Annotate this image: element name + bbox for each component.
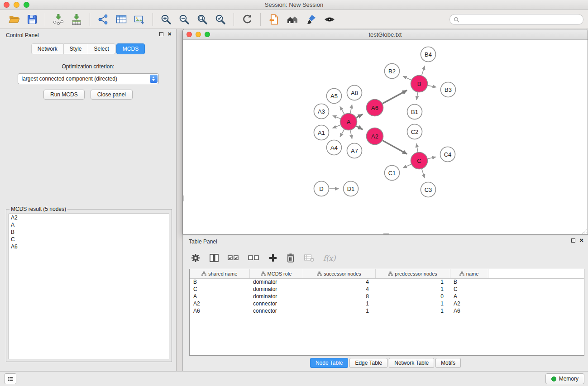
tab-network[interactable]: Network (31, 43, 64, 54)
mcds-result-item[interactable]: A6 (9, 243, 169, 250)
network-window-minimize-button[interactable] (196, 32, 201, 37)
task-history-button[interactable] (5, 373, 16, 384)
column-header-shared-name[interactable]: shared name (190, 269, 249, 278)
tab-mcds[interactable]: MCDS (116, 43, 145, 54)
table-cell[interactable]: A6 (190, 307, 249, 315)
network-window-zoom-button[interactable] (205, 32, 210, 37)
table-cell[interactable]: C (450, 286, 488, 293)
node-C1[interactable]: C1 (385, 166, 400, 181)
node-B[interactable]: B (411, 76, 428, 92)
mcds-result-item[interactable]: C (9, 236, 169, 243)
show-columns-button[interactable] (209, 253, 220, 263)
table-cell[interactable]: dominator (249, 286, 303, 293)
table-cell[interactable]: connector (249, 300, 303, 307)
run-mcds-button[interactable]: Run MCDS (43, 90, 85, 100)
zoom-out-button[interactable] (177, 13, 191, 26)
edge-B-B3[interactable] (428, 86, 436, 87)
table-row[interactable]: Adominator80A (190, 293, 584, 300)
table-cell[interactable]: A2 (190, 300, 249, 307)
mcds-result-item[interactable]: A (9, 221, 169, 229)
table-row[interactable]: A6connector11A6 (190, 307, 584, 315)
column-header-MCDS-role[interactable]: MCDS role (249, 269, 303, 278)
network-graph[interactable]: AA1A2A3A4A5A6A7A8BB1B2B3B4CC1C2C3C4DD1 (183, 40, 588, 234)
open-session-button[interactable] (8, 13, 21, 26)
node-A6[interactable]: A6 (367, 100, 383, 116)
tab-network-table[interactable]: Network Table (389, 358, 434, 368)
close-panel-button[interactable]: Close panel (91, 90, 133, 100)
node-B4[interactable]: B4 (421, 47, 436, 62)
optimization-criterion-select[interactable]: largest connected component (directed) (18, 73, 159, 84)
tab-node-table[interactable]: Node Table (310, 358, 349, 368)
edge-C-C1[interactable] (403, 164, 411, 168)
node-A5[interactable]: A5 (327, 89, 342, 104)
memory-button[interactable]: Memory (545, 373, 584, 384)
search-input[interactable] (462, 16, 579, 23)
table-cell[interactable]: 1 (375, 307, 450, 315)
table-row[interactable]: Bdominator41B (190, 278, 584, 286)
window-close-button[interactable] (4, 2, 10, 8)
edge-A-A4[interactable] (340, 129, 344, 137)
select-all-button[interactable] (227, 253, 240, 263)
import-file-button[interactable] (267, 13, 281, 26)
save-session-button[interactable] (26, 13, 38, 26)
table-cell[interactable]: connector (249, 307, 303, 315)
column-header-name[interactable]: name (450, 269, 488, 278)
import-network-button[interactable] (52, 13, 65, 26)
edge-A6-B[interactable] (382, 91, 407, 104)
edge-A2-C[interactable] (382, 140, 407, 154)
node-C3[interactable]: C3 (421, 182, 436, 197)
function-builder-button[interactable]: f(x) (323, 253, 336, 263)
node-B3[interactable]: B3 (441, 82, 456, 97)
edge-A-A8[interactable] (350, 105, 352, 113)
node-B2[interactable]: B2 (385, 64, 400, 79)
node-D[interactable]: D (314, 181, 329, 196)
delete-column-button[interactable] (286, 253, 296, 263)
network-canvas[interactable]: AA1A2A3A4A5A6A7A8BB1B2B3B4CC1C2C3C4DD1 (183, 40, 588, 234)
node-A7[interactable]: A7 (347, 143, 362, 158)
edge-A-A6[interactable] (356, 114, 363, 117)
close-panel-icon[interactable]: × (167, 31, 172, 37)
node-A2[interactable]: A2 (367, 128, 383, 145)
table-cell[interactable]: 1 (375, 300, 450, 307)
export-image-button[interactable] (133, 13, 146, 26)
edge-A-A5[interactable] (340, 106, 344, 114)
network-window-close-button[interactable] (186, 32, 192, 37)
table-cell[interactable]: 4 (303, 278, 375, 286)
table-cell[interactable]: 1 (375, 278, 450, 286)
add-column-button[interactable] (268, 253, 278, 263)
node-A1[interactable]: A1 (314, 125, 329, 140)
zoom-selected-button[interactable] (214, 13, 227, 26)
mcds-result-item[interactable]: B (9, 229, 169, 236)
table-row[interactable]: A2connector11A2 (190, 300, 584, 307)
table-cell[interactable]: dominator (249, 293, 303, 300)
tab-style[interactable]: Style (64, 43, 88, 54)
table-cell[interactable]: B (190, 278, 249, 286)
table-cell[interactable]: 1 (303, 307, 375, 315)
refresh-network-button[interactable] (240, 13, 254, 26)
edge-A-A3[interactable] (333, 115, 340, 119)
node-A4[interactable]: A4 (327, 140, 342, 155)
window-minimize-button[interactable] (14, 2, 19, 8)
node-C2[interactable]: C2 (407, 124, 422, 139)
table-options-button[interactable] (190, 253, 201, 263)
deselect-all-button[interactable] (248, 253, 260, 263)
column-header-predecessor-nodes[interactable]: predecessor nodes (375, 269, 450, 278)
tab-motifs[interactable]: Motifs (435, 358, 461, 368)
table-cell[interactable]: C (190, 286, 249, 293)
float-panel-icon[interactable] (159, 32, 163, 36)
float-panel-icon[interactable] (571, 238, 575, 243)
new-network-button[interactable] (96, 13, 110, 26)
node-C[interactable]: C (411, 152, 428, 169)
table-cell[interactable]: A6 (450, 307, 488, 315)
close-panel-icon[interactable]: × (579, 238, 583, 243)
edge-C-C2[interactable] (416, 143, 418, 152)
import-table-button[interactable] (70, 13, 83, 26)
table-cell[interactable]: A (450, 293, 488, 300)
node-D1[interactable]: D1 (344, 181, 359, 196)
node-A3[interactable]: A3 (314, 104, 329, 119)
delete-table-button[interactable] (303, 253, 315, 263)
horizontal-scroll-hint[interactable] (383, 233, 389, 234)
edge-B-B1[interactable] (416, 92, 418, 100)
zoom-fit-button[interactable] (196, 13, 209, 26)
tab-edge-table[interactable]: Edge Table (349, 358, 387, 368)
